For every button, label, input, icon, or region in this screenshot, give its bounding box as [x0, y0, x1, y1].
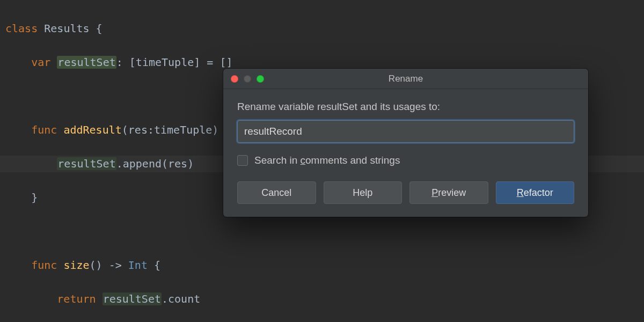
- type-int: Int: [128, 259, 148, 272]
- var-resultset-usage[interactable]: resultSet: [103, 292, 162, 305]
- cancel-button[interactable]: Cancel: [237, 181, 316, 204]
- var-resultset-usage[interactable]: resultSet: [57, 157, 116, 170]
- rename-dialog: Rename Rename variable resultSet and its…: [223, 69, 588, 217]
- var-resultset-decl[interactable]: resultSet: [57, 56, 116, 69]
- dialog-buttons: Cancel Help Preview Refactor: [237, 181, 574, 204]
- keyword-var: var: [31, 56, 50, 69]
- func-size: size: [63, 259, 89, 272]
- dialog-titlebar[interactable]: Rename: [223, 69, 588, 89]
- search-comments-label: Search in comments and strings: [254, 155, 400, 166]
- preview-button[interactable]: Preview: [409, 181, 488, 204]
- help-button[interactable]: Help: [324, 181, 402, 204]
- window-controls: [231, 75, 264, 83]
- close-icon[interactable]: [231, 75, 238, 83]
- zoom-icon[interactable]: [257, 75, 264, 83]
- keyword-func: func: [31, 123, 57, 136]
- minimize-icon: [244, 75, 251, 83]
- rename-prompt: Rename variable resultSet and its usages…: [237, 101, 574, 113]
- search-comments-checkbox[interactable]: [237, 155, 248, 166]
- rename-input[interactable]: [237, 120, 574, 143]
- func-addresult: addResult: [63, 123, 121, 136]
- dialog-title: Rename: [223, 74, 588, 84]
- refactor-button[interactable]: Refactor: [496, 181, 575, 204]
- keyword-return: return: [57, 292, 96, 305]
- class-name: Results: [44, 22, 89, 35]
- keyword-class: class: [5, 22, 38, 35]
